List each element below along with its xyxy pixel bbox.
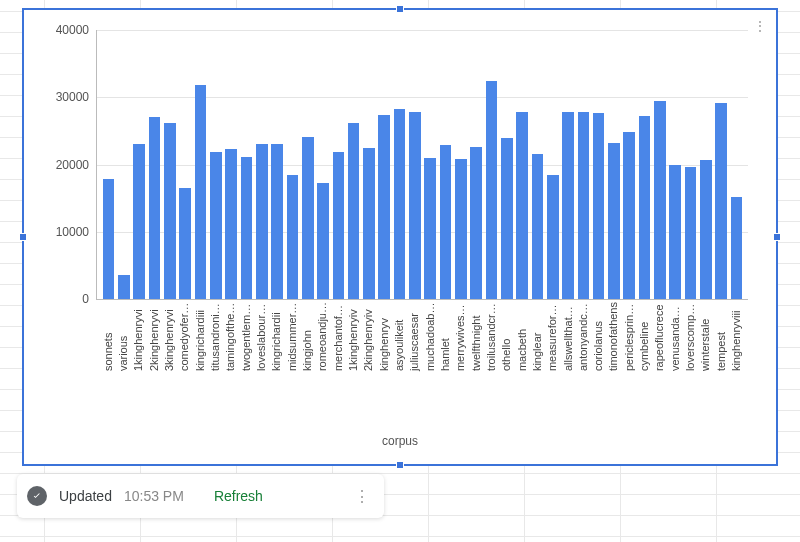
resize-handle-s[interactable] (396, 461, 404, 469)
bar-slot (269, 30, 284, 299)
bar[interactable] (394, 109, 406, 299)
bar[interactable] (348, 123, 360, 299)
status-label: Updated (59, 488, 112, 504)
bar[interactable] (685, 167, 697, 299)
x-tick: antonyandc… (575, 302, 590, 371)
x-tick: macbeth (514, 302, 529, 371)
chart-object[interactable]: ⋮ 010000200003000040000 sonnetsvarious1k… (22, 8, 778, 466)
plot-area: 010000200003000040000 (96, 30, 748, 300)
bar[interactable] (532, 154, 544, 299)
bar[interactable] (378, 115, 390, 299)
bar[interactable] (149, 117, 161, 299)
x-tick: comedyofer… (177, 302, 192, 371)
bar[interactable] (241, 157, 253, 299)
x-tick: loverscomp… (682, 302, 697, 371)
bar[interactable] (593, 113, 605, 299)
bar-slot (606, 30, 621, 299)
bar-slot (683, 30, 698, 299)
x-tick: kinghenryviii (728, 302, 743, 371)
bar[interactable] (210, 152, 222, 299)
bar[interactable] (256, 144, 268, 299)
bar[interactable] (715, 103, 727, 299)
bar-slot (453, 30, 468, 299)
bar[interactable] (302, 137, 314, 299)
y-tick-label: 10000 (56, 225, 97, 239)
bar[interactable] (639, 116, 651, 299)
bar[interactable] (333, 152, 345, 299)
data-source-status-bar: Updated 10:53 PM Refresh ⋮ (17, 474, 384, 518)
bar[interactable] (578, 112, 590, 299)
bar[interactable] (118, 275, 130, 299)
bar[interactable] (317, 183, 329, 299)
bar[interactable] (486, 81, 498, 299)
bar-slot (668, 30, 683, 299)
bar-slot (729, 30, 744, 299)
bar[interactable] (271, 144, 283, 299)
status-menu-button[interactable]: ⋮ (350, 484, 374, 508)
x-tick: hamlet (437, 302, 452, 371)
x-tick: titusandroni… (207, 302, 222, 371)
x-tick: tempest (713, 302, 728, 371)
bar-slot (208, 30, 223, 299)
bar[interactable] (562, 112, 574, 299)
x-tick: romeoandju… (315, 302, 330, 371)
x-tick: 3kinghenryvi (161, 302, 176, 371)
x-tick: sonnets (100, 302, 115, 371)
resize-handle-e[interactable] (773, 233, 781, 241)
bar[interactable] (547, 175, 559, 299)
bar[interactable] (179, 188, 191, 299)
bar-slot (193, 30, 208, 299)
y-tick-label: 30000 (56, 90, 97, 104)
bar[interactable] (363, 148, 375, 299)
bar-slot (101, 30, 116, 299)
bar[interactable] (623, 132, 635, 299)
bar[interactable] (225, 149, 237, 299)
bar[interactable] (455, 159, 467, 299)
bar[interactable] (195, 85, 207, 299)
bar[interactable] (700, 160, 712, 299)
bar[interactable] (164, 123, 176, 299)
x-tick: coriolanus (591, 302, 606, 371)
bar-slot (224, 30, 239, 299)
chart-menu-button[interactable]: ⋮ (750, 16, 770, 36)
bar-slot (285, 30, 300, 299)
bar[interactable] (409, 112, 421, 299)
x-tick: 2kinghenryvi (146, 302, 161, 371)
bar[interactable] (440, 145, 452, 299)
x-tick: periclesprin… (621, 302, 636, 371)
bar[interactable] (654, 101, 666, 299)
bar-slot (239, 30, 254, 299)
resize-handle-n[interactable] (396, 5, 404, 13)
refresh-button[interactable]: Refresh (214, 488, 263, 504)
bar-slot (560, 30, 575, 299)
x-tick: troilusandcr… (483, 302, 498, 371)
x-tick: rapeoflucrece (652, 302, 667, 371)
bar[interactable] (608, 143, 620, 299)
bar-slot (591, 30, 606, 299)
bar[interactable] (731, 197, 743, 299)
bar[interactable] (133, 144, 145, 299)
x-tick: merchantof… (330, 302, 345, 371)
bar[interactable] (424, 158, 436, 299)
bar-slot (469, 30, 484, 299)
bar-slot (514, 30, 529, 299)
bar-slot (254, 30, 269, 299)
bar[interactable] (470, 147, 482, 299)
bar-slot (499, 30, 514, 299)
kebab-icon: ⋮ (354, 487, 370, 506)
bar[interactable] (287, 175, 299, 299)
x-tick: venusanda… (667, 302, 682, 371)
x-tick: kinghenryv (376, 302, 391, 371)
resize-handle-w[interactable] (19, 233, 27, 241)
bar[interactable] (516, 112, 528, 299)
bar-slot (300, 30, 315, 299)
x-tick: 1kinghenryiv (345, 302, 360, 371)
bar[interactable] (103, 179, 115, 299)
bar-slot (147, 30, 162, 299)
x-tick: midsummer… (284, 302, 299, 371)
x-tick: 2kinghenryiv (361, 302, 376, 371)
y-tick-label: 40000 (56, 23, 97, 37)
bar-slot (377, 30, 392, 299)
bar[interactable] (669, 165, 681, 299)
bar[interactable] (501, 138, 513, 299)
